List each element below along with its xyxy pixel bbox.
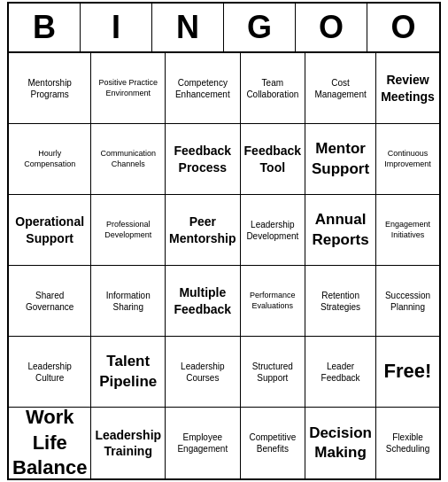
cell-31: Leadership Training (91, 408, 166, 478)
cell-7: Communication Channels (91, 124, 166, 195)
cell-text-8: Feedback Process (169, 143, 236, 175)
cell-5: Review Meetings (376, 53, 439, 124)
bingo-grid: Mentorship ProgramsPositive Practice Env… (9, 53, 439, 478)
cell-4: Cost Management (305, 53, 376, 124)
bingo-letter-1: I (81, 4, 152, 51)
cell-26: Leadership Courses (166, 337, 240, 408)
cell-24: Leadership Culture (9, 337, 91, 408)
cell-8: Feedback Process (166, 124, 240, 195)
cell-text-24: Leadership Culture (12, 361, 87, 384)
cell-22: Retention Strategies (305, 266, 376, 337)
cell-text-19: Information Sharing (95, 290, 161, 313)
cell-text-2: Competency Enhancement (169, 77, 236, 100)
cell-text-6: Hourly Compensation (12, 149, 87, 169)
cell-text-30: Work Life Balance (12, 405, 87, 481)
cell-text-12: Operational Support (12, 214, 87, 245)
bingo-letter-4: O (296, 4, 367, 51)
cell-2: Competency Enhancement (166, 53, 240, 124)
cell-3: Team Collaboration (241, 53, 306, 124)
bingo-header: BINGOO (9, 4, 439, 53)
cell-9: Feedback Tool (241, 124, 306, 195)
cell-text-32: Employee Engagement (169, 431, 236, 455)
cell-text-18: Shared Governance (12, 290, 87, 313)
cell-text-1: Positive Practice Environment (95, 78, 161, 98)
cell-33: Competitive Benefits (241, 408, 306, 478)
cell-34: Decision Making (305, 408, 376, 478)
cell-text-27: Structured Support (244, 361, 302, 384)
cell-text-16: Annual Reports (309, 210, 372, 249)
cell-10: Mentor Support (305, 124, 376, 195)
cell-19: Information Sharing (91, 266, 166, 337)
cell-text-31: Leadership Training (95, 427, 161, 459)
cell-text-35: Flexible Scheduling (380, 431, 436, 455)
cell-28: Leader Feedback (305, 337, 376, 408)
cell-text-10: Mentor Support (309, 139, 372, 178)
bingo-letter-2: N (152, 4, 224, 51)
cell-text-34: Decision Making (309, 424, 372, 463)
cell-11: Continuous Improvement (376, 124, 439, 195)
cell-text-4: Cost Management (309, 77, 372, 100)
bingo-letter-5: O (367, 4, 439, 51)
cell-text-9: Feedback Tool (244, 143, 302, 175)
bingo-letter-0: B (9, 4, 81, 51)
cell-text-25: Talent Pipeline (95, 352, 161, 391)
cell-18: Shared Governance (9, 266, 91, 337)
cell-14: Peer Mentorship (166, 195, 240, 266)
bingo-letter-3: G (224, 4, 296, 51)
cell-16: Annual Reports (305, 195, 376, 266)
cell-12: Operational Support (9, 195, 91, 266)
cell-17: Engagement Initiatives (376, 195, 439, 266)
cell-text-7: Communication Channels (95, 149, 161, 169)
cell-text-22: Retention Strategies (309, 290, 372, 313)
cell-30: Work Life Balance (9, 408, 91, 478)
cell-20: Multiple Feedback (166, 266, 240, 337)
bingo-card: BINGOO Mentorship ProgramsPositive Pract… (7, 2, 441, 480)
cell-text-26: Leadership Courses (169, 361, 236, 384)
cell-text-21: Performance Evaluations (244, 291, 302, 311)
cell-text-23: Succession Planning (380, 290, 436, 313)
cell-text-14: Peer Mentorship (169, 214, 236, 245)
cell-1: Positive Practice Environment (91, 53, 166, 124)
cell-0: Mentorship Programs (9, 53, 91, 124)
cell-27: Structured Support (241, 337, 306, 408)
cell-text-17: Engagement Initiatives (380, 220, 436, 240)
cell-text-13: Professional Development (95, 220, 161, 240)
cell-text-28: Leader Feedback (309, 361, 372, 384)
cell-text-0: Mentorship Programs (12, 77, 87, 100)
cell-25: Talent Pipeline (91, 337, 166, 408)
cell-text-29: Free! (384, 359, 432, 385)
cell-32: Employee Engagement (166, 408, 240, 478)
cell-text-3: Team Collaboration (244, 77, 302, 100)
cell-text-11: Continuous Improvement (380, 149, 436, 169)
cell-15: Leadership Development (241, 195, 306, 266)
cell-text-20: Multiple Feedback (169, 284, 236, 316)
cell-35: Flexible Scheduling (376, 408, 439, 478)
cell-6: Hourly Compensation (9, 124, 91, 195)
cell-text-5: Review Meetings (380, 72, 436, 104)
cell-29: Free! (376, 337, 439, 408)
cell-text-33: Competitive Benefits (244, 431, 302, 455)
cell-text-15: Leadership Development (244, 219, 302, 242)
cell-13: Professional Development (91, 195, 166, 266)
cell-23: Succession Planning (376, 266, 439, 337)
cell-21: Performance Evaluations (241, 266, 306, 337)
